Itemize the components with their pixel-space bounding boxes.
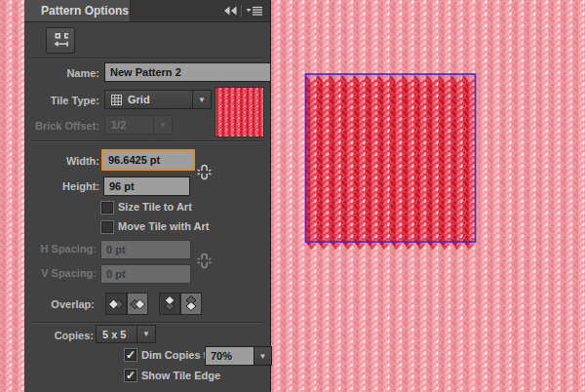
broken-chain-icon: [196, 251, 213, 271]
pattern-tile-art: [306, 74, 476, 251]
chevron-down-icon: ▼: [136, 326, 155, 342]
separator: [32, 140, 263, 142]
overlap-left-in-front-button[interactable]: [105, 293, 127, 315]
chevron-down-icon: ▼: [254, 347, 271, 365]
panel-menu-button[interactable]: [246, 4, 263, 18]
panel-title: Pattern Options: [41, 4, 129, 18]
size-tile-to-art-checkbox[interactable]: [100, 201, 114, 215]
collapse-panel-button[interactable]: [223, 4, 238, 18]
brick-offset-label: Brick Offset:: [32, 120, 99, 132]
brick-offset-value: 1/2: [105, 119, 153, 131]
chevron-down-icon: ▼: [192, 91, 211, 108]
overlap-right-in-front-button[interactable]: [127, 293, 148, 315]
grid-tile-icon: [111, 95, 122, 105]
height-input[interactable]: [103, 176, 190, 196]
check-icon: ✓: [126, 371, 136, 380]
v-spacing-label: V Spacing:: [32, 267, 97, 279]
right-in-front-icon: [129, 297, 146, 311]
header-divider: [241, 5, 242, 17]
copies-dropdown[interactable]: 5 x 5 ▼: [96, 325, 156, 343]
dim-percent-value: 70%: [206, 347, 254, 365]
separator: [32, 322, 263, 324]
show-tile-edge-label: Show Tile Edge: [141, 370, 220, 381]
dim-copies-checkbox[interactable]: ✓: [124, 348, 137, 362]
tile-type-value: Grid: [122, 94, 192, 105]
h-spacing-label: H Spacing:: [32, 243, 97, 255]
tile-type-dropdown[interactable]: Grid ▼: [104, 90, 212, 109]
panel-menu-icon: [246, 6, 263, 16]
show-tile-edge-checkbox[interactable]: ✓: [124, 369, 137, 382]
double-left-arrows-icon: [223, 6, 238, 16]
tile-preview-swatch: [215, 88, 263, 137]
panel-header: Pattern Options: [24, 0, 270, 22]
width-label: Width:: [32, 155, 99, 167]
link-spacing-button[interactable]: [196, 251, 213, 271]
name-label: Name:: [32, 67, 99, 79]
copies-value: 5 x 5: [97, 329, 136, 340]
move-tile-with-art-label: Move Tile with Art: [118, 220, 210, 232]
broken-chain-icon: [196, 162, 213, 182]
copies-label: Copies:: [32, 330, 94, 341]
h-spacing-input: [100, 240, 191, 259]
dim-percent-combo[interactable]: 70% ▼: [205, 346, 272, 366]
check-icon: ✓: [126, 350, 136, 360]
tab-pattern-options[interactable]: Pattern Options: [24, 0, 131, 21]
separator: [32, 58, 263, 59]
link-width-height-button[interactable]: [196, 162, 213, 182]
pattern-tile-tool-button[interactable]: [46, 27, 75, 54]
pattern-tile-tool-icon: [53, 32, 68, 49]
overlap-bottom-in-front-button[interactable]: [180, 293, 202, 315]
pattern-options-panel: Pattern Options: [24, 0, 271, 392]
illustrator-pattern-editing-mode: Pattern Options: [0, 0, 585, 392]
brick-offset-dropdown: 1/2 ▼: [104, 115, 173, 135]
overlap-top-in-front-button[interactable]: [159, 293, 180, 315]
name-input[interactable]: [104, 62, 271, 82]
bottom-in-front-icon: [184, 294, 198, 313]
width-input[interactable]: [101, 149, 195, 171]
size-tile-to-art-label: Size Tile to Art: [118, 201, 192, 213]
left-in-front-icon: [107, 297, 125, 311]
v-spacing-input: [100, 264, 191, 284]
overlap-label: Overlap:: [32, 298, 95, 310]
height-label: Height:: [32, 180, 99, 192]
top-in-front-icon: [163, 294, 176, 313]
move-tile-with-art-checkbox[interactable]: [100, 220, 114, 234]
chevron-down-icon: ▼: [153, 116, 172, 134]
tile-type-label: Tile Type:: [32, 95, 99, 106]
